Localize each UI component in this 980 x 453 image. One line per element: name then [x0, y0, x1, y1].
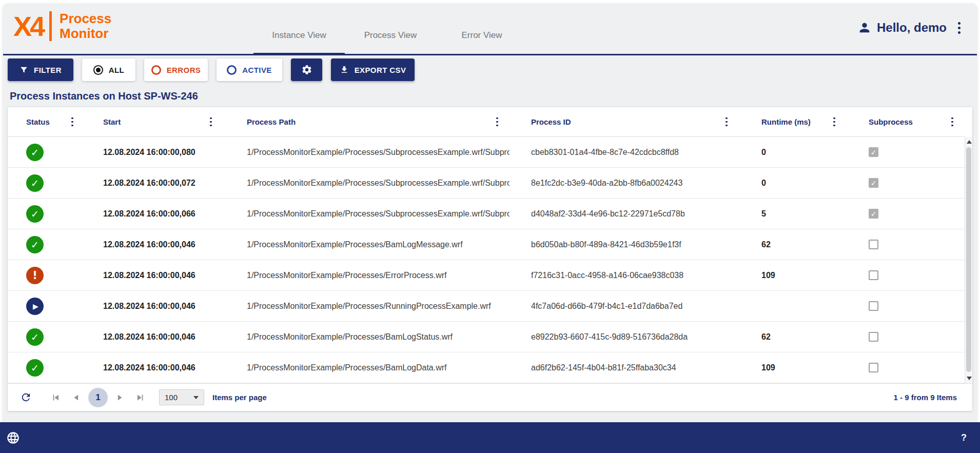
column-menu-icon[interactable]	[496, 116, 498, 127]
column-label: Runtime (ms)	[761, 117, 811, 126]
column-label: Status	[26, 117, 50, 126]
previous-page-button[interactable]	[71, 392, 82, 403]
items-per-page-select[interactable]: 100	[159, 389, 204, 405]
column-menu-icon[interactable]	[726, 116, 728, 127]
start-cell: 12.08.2024 16:00:00,072	[85, 179, 223, 188]
radio-unselected-icon	[151, 65, 161, 75]
radio-active[interactable]: ACTIVE	[217, 58, 282, 81]
subprocess-checkbox[interactable]	[869, 147, 878, 157]
process-path-cell: 1/ProcessMonitorExample/Processes/Subpro…	[223, 148, 509, 157]
subprocess-checkbox[interactable]	[869, 332, 878, 342]
next-page-button[interactable]	[114, 392, 125, 403]
logo-separator	[49, 11, 52, 41]
process-instances-table: Status Start Process Path Process ID Run…	[8, 107, 972, 411]
table-row[interactable]: 12.08.2024 16:00:00,046 1/ProcessMonitor…	[8, 291, 965, 322]
start-cell: 12.08.2024 16:00:00,046	[85, 271, 223, 280]
status-icon	[26, 328, 44, 346]
table-scrollbar[interactable]	[965, 137, 972, 383]
subprocess-checkbox[interactable]	[869, 301, 878, 311]
first-page-button[interactable]	[50, 392, 62, 403]
filter-button[interactable]: FILTER	[8, 58, 73, 81]
process-id-cell: 8e1fc2dc-b3e9-40da-a2bb-8fb6a0024243	[509, 179, 739, 188]
radio-selected-icon	[93, 65, 103, 75]
subprocess-checkbox[interactable]	[869, 178, 878, 188]
scrollbar-thumb[interactable]	[966, 147, 971, 372]
process-path-cell: 1/ProcessMonitorExample/Processes/BamLog…	[223, 363, 509, 372]
start-cell: 12.08.2024 16:00:00,080	[85, 148, 223, 157]
user-kebab-menu-icon[interactable]	[958, 21, 961, 35]
process-path-cell: 1/ProcessMonitorExample/Processes/Subpro…	[223, 179, 509, 188]
user-menu[interactable]: Hello, demo	[857, 21, 961, 35]
subprocess-checkbox[interactable]	[869, 363, 878, 372]
column-header-process-id[interactable]: Process ID	[509, 107, 739, 136]
table-row[interactable]: 12.08.2024 16:00:00,066 1/ProcessMonitor…	[8, 199, 965, 229]
last-page-button[interactable]	[134, 392, 146, 403]
start-cell: 12.08.2024 16:00:00,046	[85, 363, 223, 372]
table-row[interactable]: 12.08.2024 16:00:00,072 1/ProcessMonitor…	[8, 168, 965, 199]
radio-unselected-icon	[227, 65, 237, 75]
status-icon	[26, 298, 44, 315]
gear-icon	[301, 64, 312, 75]
logo-x4-mark: X4	[13, 12, 43, 40]
help-button[interactable]: ?	[961, 432, 967, 443]
table-row[interactable]: 12.08.2024 16:00:00,046 1/ProcessMonitor…	[8, 322, 965, 352]
process-id-cell: d4048af2-33d4-4e96-bc12-22971e5cd78b	[509, 209, 739, 219]
process-path-cell: 1/ProcessMonitorExample/Processes/Runnin…	[223, 302, 509, 311]
process-path-cell: 1/ProcessMonitorExample/Processes/ErrorP…	[223, 271, 509, 280]
table-row[interactable]: 12.08.2024 16:00:00,046 1/ProcessMonitor…	[8, 229, 965, 260]
column-label: Start	[103, 117, 121, 126]
user-greeting: Hello, demo	[877, 21, 947, 35]
column-header-subprocess[interactable]: Subprocess	[847, 107, 965, 136]
refresh-button[interactable]	[20, 391, 32, 403]
table-row[interactable]: 12.08.2024 16:00:00,046 1/ProcessMonitor…	[8, 352, 965, 383]
tab-process-view[interactable]: Process View	[345, 0, 436, 55]
column-menu-icon[interactable]	[833, 116, 835, 127]
process-path-cell: 1/ProcessMonitorExample/Processes/BamLog…	[223, 332, 509, 342]
app-logo: X4 Process Monitor	[13, 11, 111, 41]
scroll-down-icon[interactable]	[967, 377, 972, 380]
process-id-cell: ad6f2b62-145f-4b04-b81f-25ffaba30c34	[509, 363, 739, 372]
items-per-page-label: Items per page	[212, 393, 267, 402]
chevron-down-icon	[193, 396, 199, 399]
subprocess-checkbox[interactable]	[869, 209, 878, 219]
runtime-cell: 62	[739, 240, 847, 249]
column-header-start[interactable]: Start	[85, 107, 223, 136]
table-row[interactable]: 12.08.2024 16:00:00,046 1/ProcessMonitor…	[8, 260, 965, 291]
subprocess-checkbox[interactable]	[869, 270, 878, 280]
subprocess-checkbox[interactable]	[869, 240, 878, 249]
runtime-cell: 62	[739, 332, 847, 342]
tab-label: Process View	[364, 30, 417, 41]
status-icon	[26, 174, 44, 192]
table-row[interactable]: 12.08.2024 16:00:00,080 1/ProcessMonitor…	[8, 137, 965, 168]
column-menu-icon[interactable]	[210, 116, 212, 127]
page-title: Process Instances on Host SP-WS-246	[10, 90, 198, 102]
radio-errors[interactable]: ERRORS	[144, 58, 208, 81]
column-label: Subprocess	[869, 117, 913, 126]
settings-button[interactable]	[291, 58, 322, 81]
view-tabs: Instance View Process View Error View	[253, 0, 527, 55]
globe-icon[interactable]	[6, 431, 20, 445]
column-menu-icon[interactable]	[71, 116, 73, 127]
footer-bar: ?	[0, 422, 980, 453]
radio-all-label: ALL	[109, 66, 124, 74]
status-icon	[26, 144, 44, 161]
column-menu-icon[interactable]	[951, 116, 953, 127]
tab-instance-view[interactable]: Instance View	[253, 0, 345, 55]
page-number-button[interactable]: 1	[88, 388, 108, 407]
column-header-process-path[interactable]: Process Path	[223, 107, 509, 136]
pagination-range-label: 1 - 9 from 9 Items	[894, 393, 957, 402]
tab-error-view[interactable]: Error View	[436, 0, 527, 55]
items-per-page-value: 100	[165, 393, 178, 402]
process-id-cell: cbeb8301-01a4-4fbe-8c7e-42cdcbc8ffd8	[509, 148, 739, 157]
column-header-runtime[interactable]: Runtime (ms)	[739, 107, 847, 136]
radio-all[interactable]: ALL	[82, 58, 135, 81]
radio-errors-label: ERRORS	[167, 66, 201, 74]
start-cell: 12.08.2024 16:00:00,066	[85, 209, 223, 219]
column-header-status[interactable]: Status	[8, 107, 85, 136]
tab-label: Instance View	[272, 30, 326, 41]
column-label: Process ID	[531, 117, 571, 126]
export-csv-button[interactable]: EXPORT CSV	[331, 58, 415, 81]
scroll-up-icon[interactable]	[967, 140, 972, 144]
process-id-cell: f7216c31-0acc-4958-a146-06cae938c038	[509, 271, 739, 280]
start-cell: 12.08.2024 16:00:00,046	[85, 302, 223, 311]
